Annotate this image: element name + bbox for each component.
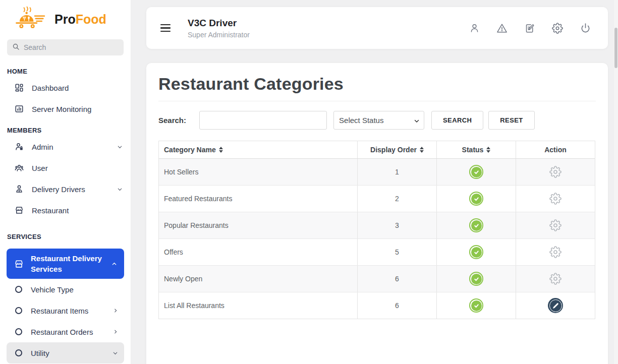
brand-name: ProFood [54, 12, 106, 27]
status-select-wrap: Select Status [333, 111, 424, 130]
sidebar-item-label: Delivery Drivers [32, 185, 109, 194]
chevron-up-icon [111, 261, 117, 267]
chevron-right-icon [113, 329, 118, 334]
status-active-badge[interactable] [469, 192, 483, 206]
sidebar-item-restaurant-orders[interactable]: Restaurant Orders [7, 321, 124, 342]
table-row: Newly Open 6 [159, 266, 595, 292]
dashboard-icon [14, 83, 24, 93]
categories-table: Category Name Display Order Status Actio… [158, 141, 595, 319]
alert-triangle-icon[interactable] [492, 19, 512, 38]
header-actions [465, 19, 595, 38]
sidebar-item-label: Restaurant Items [31, 307, 104, 315]
chevron-down-icon [113, 350, 118, 356]
admin-lock-icon [14, 142, 24, 152]
table-row: Popular Restaurants 3 [159, 212, 595, 239]
status-active-badge[interactable] [469, 218, 483, 232]
section-services-label: SERVICES [7, 233, 124, 240]
top-header-bar: V3C Driver Super Administrator [146, 7, 608, 49]
status-active-badge[interactable] [469, 272, 483, 286]
profood-logo-icon [10, 5, 53, 33]
chevron-down-icon [117, 187, 123, 192]
sidebar-item-restaurant-delivery-services[interactable]: Restaurant Delivery Services [7, 249, 124, 279]
sidebar-item-vehicle-type[interactable]: Vehicle Type [7, 279, 124, 300]
header-title-block: V3C Driver Super Administrator [188, 18, 250, 39]
action-edit-button[interactable] [548, 298, 563, 313]
sort-icon [219, 147, 223, 153]
sidebar-item-dashboard[interactable]: Dashboard [0, 77, 131, 98]
display-order-cell: 6 [358, 292, 437, 319]
display-order-cell: 3 [358, 212, 437, 238]
app-window: ProFood HOME Dashboard [0, 0, 618, 364]
radio-circle-icon [15, 328, 22, 335]
search-label: Search: [158, 116, 186, 125]
scrollbar-thumb[interactable] [614, 28, 617, 68]
sidebar-search-input[interactable] [24, 43, 109, 51]
table-header-row: Category Name Display Order Status Actio… [159, 141, 595, 159]
sidebar-item-label: Admin [32, 143, 109, 151]
table-row: List All Restaurants 6 [159, 292, 595, 319]
status-active-badge[interactable] [469, 245, 483, 259]
sidebar-item-admin[interactable]: Admin [0, 136, 131, 157]
search-icon [12, 43, 20, 52]
power-icon[interactable] [576, 19, 595, 38]
status-active-badge[interactable] [469, 298, 483, 313]
action-settings-button[interactable] [549, 273, 561, 285]
display-order-cell: 1 [358, 159, 437, 185]
sidebar: ProFood HOME Dashboard [0, 0, 131, 364]
action-settings-button[interactable] [549, 219, 561, 231]
display-order-cell: 2 [358, 186, 437, 212]
sidebar-item-user[interactable]: User [0, 157, 131, 178]
category-search-input[interactable] [199, 111, 327, 130]
status-active-badge[interactable] [469, 165, 483, 179]
column-header-display-order[interactable]: Display Order [358, 141, 437, 158]
sidebar-item-server-monitoring[interactable]: Server Monitoring [0, 98, 131, 119]
search-button[interactable]: SEARCH [431, 111, 483, 130]
menu-toggle-button[interactable] [160, 22, 171, 34]
page-title: Restaurant Categories [158, 63, 596, 101]
column-header-status[interactable]: Status [437, 141, 516, 158]
table-row: Hot Sellers 1 [159, 159, 595, 186]
category-name-cell: Featured Restaurants [159, 186, 358, 212]
sidebar-item-restaurant-items[interactable]: Restaurant Items [7, 300, 124, 321]
category-name-cell: Offers [159, 239, 358, 265]
action-settings-button[interactable] [549, 166, 561, 178]
settings-icon[interactable] [548, 19, 567, 38]
users-group-icon [14, 163, 24, 173]
server-monitoring-icon [14, 104, 24, 114]
radio-circle-icon [15, 286, 22, 293]
category-name-cell: Popular Restaurants [159, 212, 358, 238]
sort-icon [486, 147, 490, 153]
table-row: Offers 5 [159, 239, 595, 266]
user-role-subtitle: Super Administrator [188, 31, 250, 39]
category-name-cell: List All Restaurants [159, 292, 358, 319]
status-select[interactable]: Select Status [333, 111, 424, 130]
table-row: Featured Restaurants 2 [159, 186, 595, 212]
storefront-icon [14, 259, 24, 269]
app-title: V3C Driver [188, 18, 250, 29]
display-order-cell: 5 [358, 239, 437, 265]
reset-button[interactable]: RESET [488, 111, 534, 130]
sidebar-item-restaurant[interactable]: Restaurant [0, 200, 131, 221]
radio-circle-icon [15, 307, 22, 314]
category-name-cell: Hot Sellers [159, 159, 358, 185]
action-settings-button[interactable] [549, 246, 561, 258]
report-edit-icon[interactable] [520, 19, 539, 38]
sidebar-item-delivery-drivers[interactable]: Delivery Drivers [0, 178, 131, 200]
sidebar-item-label: Restaurant [32, 206, 123, 215]
sidebar-item-label: Restaurant Delivery Services [31, 253, 104, 274]
section-home-label: HOME [7, 68, 124, 75]
section-members-label: MEMBERS [7, 127, 124, 134]
page-scrollbar[interactable] [614, 0, 618, 364]
action-settings-button[interactable] [549, 193, 561, 205]
sidebar-item-label: User [32, 164, 123, 172]
column-header-category-name[interactable]: Category Name [159, 141, 358, 158]
sidebar-item-label: Server Monitoring [32, 105, 123, 113]
category-name-cell: Newly Open [159, 266, 358, 292]
sidebar-search[interactable] [7, 39, 124, 55]
brand-logo[interactable]: ProFood [0, 0, 131, 34]
sidebar-item-utility[interactable]: Utility [7, 342, 124, 363]
user-icon[interactable] [465, 19, 484, 38]
sidebar-item-label: Vehicle Type [31, 285, 118, 294]
storefront-icon [14, 206, 24, 215]
chevron-down-icon [117, 144, 123, 150]
